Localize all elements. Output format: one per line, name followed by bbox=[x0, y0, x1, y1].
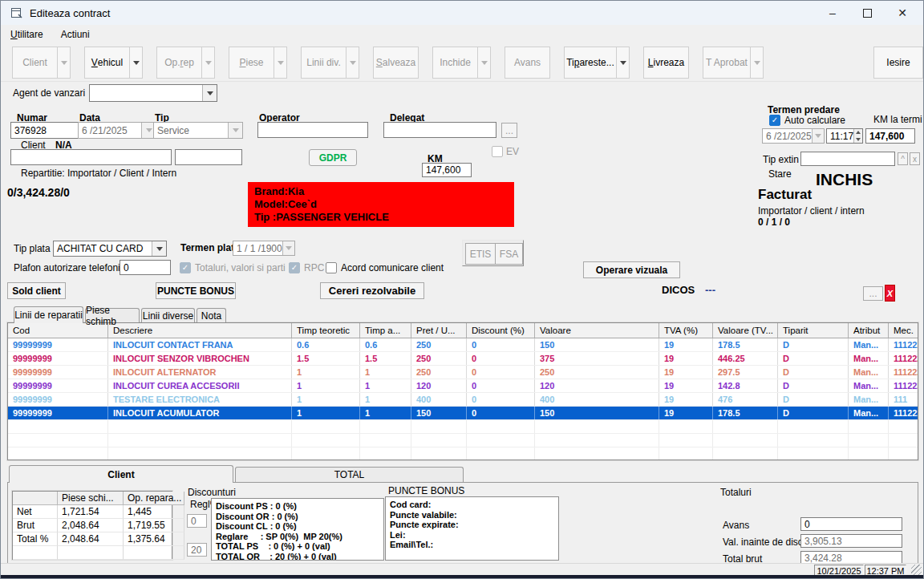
toolbar-button-inchide[interactable]: Inchide bbox=[432, 47, 478, 79]
toolbar-button-client[interactable]: Client bbox=[12, 47, 58, 79]
table-row[interactable]: 99999999INLOCUIT ACUMULATOR1115001501917… bbox=[8, 407, 918, 420]
cell bbox=[889, 434, 918, 447]
toolbar-dropdown-oprep[interactable] bbox=[201, 47, 215, 79]
etis-button[interactable]: ETIS bbox=[465, 243, 496, 265]
avans-input[interactable]: 0 bbox=[800, 517, 902, 531]
toolbar-button-tipareste[interactable]: Tipareste... bbox=[564, 47, 617, 79]
column-header[interactable]: Tiparit bbox=[778, 323, 849, 338]
chevron-down-icon[interactable] bbox=[812, 129, 824, 143]
chevron-down-icon[interactable] bbox=[202, 85, 217, 101]
column-header[interactable]: Timp teoretic bbox=[292, 323, 360, 338]
agent-combobox[interactable] bbox=[89, 84, 217, 102]
regl2-input[interactable]: 20 bbox=[187, 543, 207, 557]
table-row[interactable]: 99999999INLOCUIT CUREA ACCESORII11120012… bbox=[8, 379, 918, 393]
chevron-down-icon[interactable] bbox=[228, 123, 242, 138]
table-row[interactable]: 99999999INLOCUIT ALTERNATOR1125002501929… bbox=[8, 366, 918, 379]
spin-down-icon[interactable] bbox=[854, 136, 862, 144]
puncte-bonus-button[interactable]: PUNCTE BONUS bbox=[156, 282, 236, 299]
tab-client[interactable]: Client bbox=[9, 465, 233, 483]
minimize-button[interactable]: – bbox=[814, 1, 851, 25]
toolbar-dropdown-inchide[interactable] bbox=[477, 47, 491, 79]
toolbar-button-taprobat[interactable]: T Aprobat bbox=[703, 47, 751, 79]
acord-checkbox[interactable] bbox=[326, 262, 337, 273]
delegat-browse-button[interactable]: ... bbox=[501, 123, 517, 138]
toolbar-button-liniidiv[interactable]: Linii div. bbox=[301, 47, 346, 79]
delegat-input[interactable] bbox=[383, 122, 496, 138]
column-header[interactable]: Pret / U... bbox=[411, 323, 467, 338]
table-row[interactable]: 99999999INLOCUIT SENZOR VIBROCHEN1.51.52… bbox=[8, 352, 918, 366]
expand-button[interactable]: ^ bbox=[898, 152, 908, 165]
gdpr-button[interactable]: GDPR bbox=[309, 149, 357, 166]
chevron-down-icon[interactable] bbox=[152, 241, 166, 256]
table-row[interactable]: 99999999INLOCUIT CONTACT FRANA0.60.62500… bbox=[8, 338, 918, 352]
toolbar-button-avans[interactable]: Avans bbox=[505, 47, 550, 79]
cell: 1 bbox=[292, 379, 360, 392]
delivery-time-spinner[interactable]: 11:17 bbox=[826, 128, 863, 144]
toolbar-dropdown-piese[interactable] bbox=[274, 47, 287, 79]
tab-piese-schimb[interactable]: Piese schimb bbox=[85, 308, 140, 322]
sold-client-button[interactable]: Sold client bbox=[7, 282, 66, 299]
tab-nota[interactable]: Nota bbox=[197, 308, 226, 322]
toolbar-button-oprep[interactable]: Op. rep bbox=[156, 47, 202, 79]
termen-plata-datepicker[interactable]: 1 / 1 /1900 bbox=[233, 241, 295, 256]
chevron-down-icon[interactable] bbox=[282, 241, 294, 255]
toolbar-button-vehicul[interactable]: Vehicul bbox=[84, 47, 130, 79]
km-input[interactable]: 147,600 bbox=[422, 163, 472, 177]
toolbar-button-salveaza[interactable]: Salveaza bbox=[373, 47, 419, 79]
fsa-button[interactable]: FSA bbox=[495, 243, 523, 265]
auto-calc-checkbox[interactable]: ✓ bbox=[769, 115, 780, 126]
tip-combobox[interactable]: Service bbox=[153, 122, 243, 139]
table-row[interactable]: 99999999TESTARE ELECTRONICA1140004001947… bbox=[8, 393, 918, 407]
cereri-rezolvabile-button[interactable]: Cereri rezolvabile bbox=[320, 282, 424, 299]
totaluri-checkbox[interactable]: ✓ bbox=[180, 262, 191, 273]
column-header[interactable]: TVA (%) bbox=[659, 323, 713, 338]
km-la-termen-input[interactable]: 147,600 bbox=[865, 128, 915, 144]
tip-extins-input[interactable] bbox=[800, 152, 895, 166]
exit-button[interactable]: Iesire bbox=[873, 47, 923, 79]
resize-grip[interactable] bbox=[911, 565, 922, 575]
tip-plata-combobox[interactable]: ACHITAT CU CARD bbox=[53, 241, 167, 257]
column-header[interactable]: Valoare bbox=[535, 323, 659, 338]
operare-vizuala-button[interactable]: Operare vizuala bbox=[583, 261, 680, 278]
toolbar-dropdown-taprobat[interactable] bbox=[750, 47, 764, 79]
toolbar-button-piese[interactable]: Piese bbox=[229, 47, 274, 79]
dots-button[interactable]: ... bbox=[863, 286, 883, 301]
client-name-input[interactable] bbox=[10, 149, 172, 165]
operator-input[interactable] bbox=[257, 122, 368, 138]
dicos-label: DICOS bbox=[662, 284, 695, 296]
toolbar-dropdown-tipareste[interactable] bbox=[616, 47, 630, 79]
ev-checkbox[interactable] bbox=[492, 146, 503, 157]
column-header[interactable]: Timp a... bbox=[360, 323, 411, 338]
cell: 1 bbox=[292, 366, 360, 379]
regl1-input[interactable]: 0 bbox=[187, 514, 207, 528]
maximize-button[interactable] bbox=[849, 1, 886, 25]
clear-icon[interactable]: x bbox=[910, 152, 920, 165]
tab-linii-diverse[interactable]: Linii diverse bbox=[141, 308, 195, 322]
tab-linii-de-reparatii[interactable]: Linii de reparatii bbox=[14, 306, 83, 323]
before-disc-input[interactable]: 3,905.13 bbox=[800, 534, 902, 548]
mini-cell: Total % bbox=[13, 532, 58, 546]
column-header[interactable]: Mec. bbox=[889, 323, 918, 338]
delete-x-button[interactable]: X bbox=[885, 285, 895, 302]
mini-cell: 1,719.55 bbox=[124, 519, 184, 532]
menu-item-utilitare[interactable]: Utilitare bbox=[9, 27, 45, 42]
client-code-input[interactable] bbox=[175, 149, 242, 165]
toolbar-dropdown-liniidiv[interactable] bbox=[346, 47, 359, 79]
tab-total[interactable]: TOTAL bbox=[235, 467, 464, 482]
menu-item-actiuni[interactable]: Actiuni bbox=[59, 27, 91, 42]
column-header[interactable]: Discount (%) bbox=[467, 323, 535, 338]
data-datepicker[interactable]: 6 /21/2025 bbox=[78, 122, 156, 139]
column-header[interactable]: Valoare (TV... bbox=[713, 323, 778, 338]
column-header[interactable]: Atribut bbox=[849, 323, 889, 338]
toolbar-button-livreaza[interactable]: Livreaza bbox=[643, 47, 689, 79]
toolbar-dropdown-vehicul[interactable] bbox=[129, 47, 143, 79]
spin-up-icon[interactable] bbox=[854, 129, 862, 136]
puncte-bonus-section-label: PUNCTE BONUS bbox=[388, 485, 464, 496]
close-button[interactable]: ✕ bbox=[884, 1, 921, 25]
delivery-datepicker[interactable]: 6 /21/2025 bbox=[762, 128, 825, 144]
plafon-input[interactable]: 0 bbox=[120, 260, 171, 275]
numar-input[interactable]: 376928 bbox=[10, 122, 79, 139]
cell: 400 bbox=[535, 393, 659, 406]
toolbar-dropdown-client[interactable] bbox=[57, 47, 71, 79]
rpc-checkbox[interactable]: ✓ bbox=[289, 262, 300, 273]
